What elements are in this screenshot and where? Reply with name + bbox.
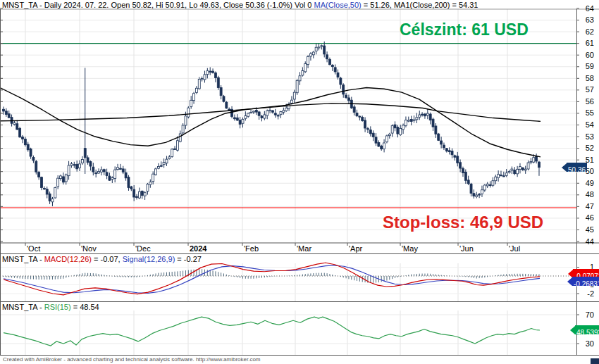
price-axis-label: 54	[577, 120, 594, 130]
target-price-annotation[interactable]: Célszint: 61 USD	[400, 20, 529, 39]
price-axis-label: 60	[577, 51, 594, 60]
title-ma-values-text: = 51.26, MA1(Close,200) = 54.31	[362, 1, 478, 9]
date-axis-label: 'Oct	[27, 244, 40, 253]
price-axis-label: 49	[577, 179, 594, 188]
price-axis-label: 55	[577, 108, 594, 118]
last-price-tag: 50.36	[562, 163, 587, 172]
amibroker-credit-text: Created with AmiBroker - advanced charti…	[3, 356, 261, 363]
date-axis-label: 'Apr	[349, 244, 362, 253]
price-axis-label: 47	[577, 202, 594, 211]
date-axis-label: 'Dec	[135, 244, 151, 253]
tag-arrow-icon	[570, 326, 575, 334]
date-axis-label: 'Jul	[509, 244, 520, 253]
price-axis-label: 45	[577, 225, 594, 234]
price-axis-label: 48	[577, 190, 594, 199]
price-axis-label: 58	[577, 74, 594, 83]
rsi-plot	[4, 317, 540, 346]
rsi-label: RSI(15)	[44, 303, 71, 311]
date-axis-label: 'May	[402, 244, 418, 253]
price-axis-label: 52	[577, 144, 594, 153]
price-axis-label: 63	[577, 15, 594, 25]
macd-panel-title: MNST_TA - MACD(12,26) = -0.07, Signal(12…	[2, 255, 202, 263]
date-axis-label: 'Jun	[459, 244, 474, 253]
stop-loss-annotation[interactable]: Stop-loss: 46,9 USD	[383, 213, 543, 232]
price-axis-label: 57	[577, 85, 594, 94]
moving-averages	[0, 88, 541, 157]
date-axis-label: 'Nov	[81, 244, 97, 253]
rsi-value-tag: 48.5392	[570, 325, 599, 334]
date-axis-label: 'Feb	[244, 244, 259, 253]
macd-axis-label: -2	[577, 289, 594, 299]
rsi-axis-label: 30	[577, 339, 594, 349]
amibroker-chart-window: MNST_TA - Daily 2024. 07. 22. Open 50.82…	[0, 0, 599, 364]
signal-value-tag: -0.268313	[567, 277, 599, 286]
date-axis-label: 2024	[190, 244, 206, 253]
price-axis-label: 62	[577, 27, 594, 37]
price-axis-label: 53	[577, 132, 594, 142]
rsi-panel-title: MNST_TA - RSI(15) = 48.54	[2, 303, 99, 311]
signal-label: Signal(12,26,9)	[123, 255, 175, 263]
date-axis-label: 'Mar	[297, 244, 311, 253]
title-ma50-text: MA(Close,50)	[314, 1, 362, 9]
macd-label: MACD(12,26)	[44, 255, 92, 263]
price-panel-title: MNST_TA - Daily 2024. 07. 22. Open 50.82…	[2, 1, 478, 9]
tag-arrow-icon	[567, 277, 572, 286]
title-ohlc-text: MNST_TA - Daily 2024. 07. 22. Open 50.82…	[2, 1, 314, 9]
price-axis-label: 64	[577, 4, 594, 13]
scroll-grip[interactable]	[591, 358, 599, 364]
price-axis-label: 44	[577, 237, 594, 246]
tag-arrow-icon	[562, 163, 567, 172]
price-axis-label: 61	[577, 39, 594, 48]
price-axis-label: 46	[577, 213, 594, 222]
candles	[3, 42, 541, 206]
macd-plot	[0, 263, 576, 295]
price-axis-label: 59	[577, 62, 594, 71]
price-axis-label: 56	[577, 97, 594, 106]
rsi-axis-label: 70	[577, 310, 594, 320]
